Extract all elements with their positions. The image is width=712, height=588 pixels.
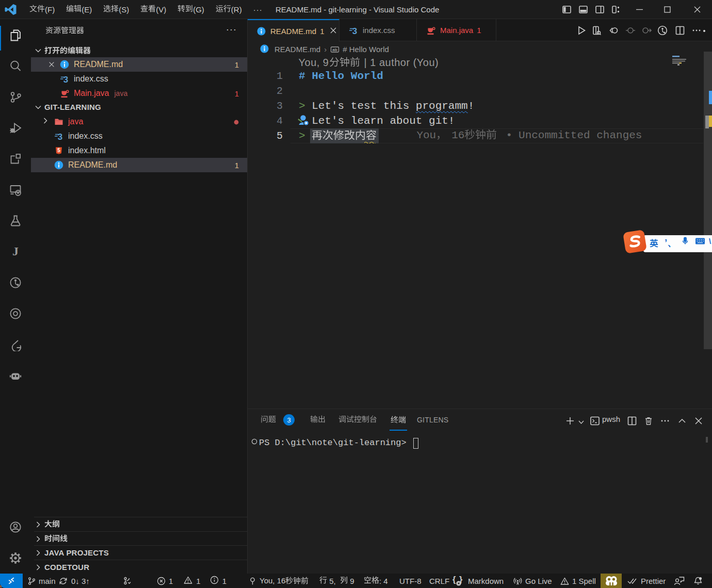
svg-text:3: 3: [352, 26, 357, 36]
svg-text:J: J: [12, 245, 19, 258]
svg-text:5: 5: [57, 148, 60, 153]
svg-text:ab: ab: [333, 47, 337, 52]
svg-text:3: 3: [63, 75, 68, 84]
svg-text:3: 3: [58, 132, 62, 141]
